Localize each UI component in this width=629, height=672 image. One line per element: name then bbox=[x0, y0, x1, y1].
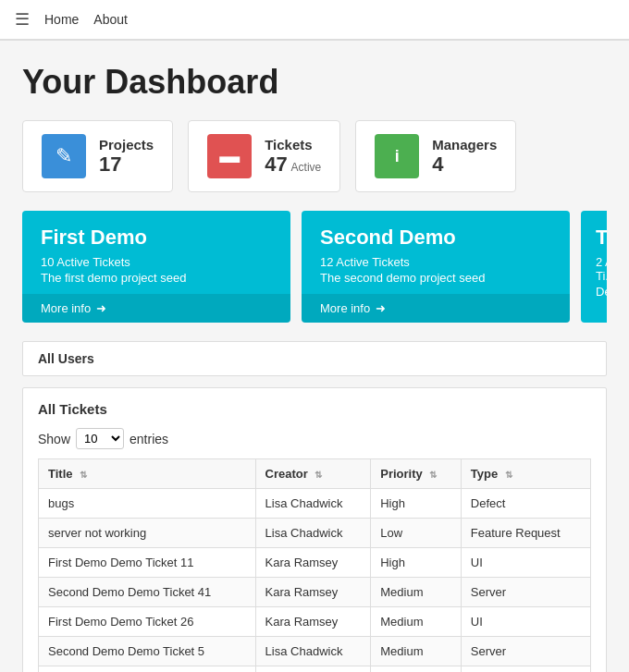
second-demo-arrow-icon: ➜ bbox=[376, 301, 386, 315]
cell-creator: Lisa Chadwick bbox=[255, 637, 371, 666]
tickets-icon: ▬ bbox=[207, 134, 252, 178]
cell-title: server not working bbox=[39, 519, 256, 548]
cell-priority: High bbox=[371, 548, 462, 578]
second-demo-more-info[interactable]: More info ➜ bbox=[302, 294, 570, 323]
tickets-section-title: All Tickets bbox=[38, 401, 591, 417]
table-row: server not workingLisa ChadwickLowFeatur… bbox=[39, 519, 591, 548]
cell-title: First Demo Demo Ticket 39 bbox=[39, 666, 256, 673]
tickets-sub: Active bbox=[291, 161, 322, 174]
table-header-row: Title ⇅ Creator ⇅ Priority ⇅ Type ⇅ bbox=[39, 459, 591, 489]
managers-value: 4 bbox=[432, 153, 497, 177]
nav-home[interactable]: Home bbox=[44, 12, 79, 27]
cell-title: First Demo Demo Ticket 11 bbox=[39, 548, 256, 578]
entries-label: entries bbox=[130, 432, 168, 446]
col-type[interactable]: Type ⇅ bbox=[461, 459, 590, 489]
projects-icon: ✎ bbox=[42, 134, 86, 178]
cell-priority: Medium bbox=[371, 578, 462, 607]
test-title: Test bbox=[596, 226, 607, 250]
projects-label: Projects bbox=[99, 137, 154, 153]
project-card-second-demo: Second Demo 12 Active Tickets The second… bbox=[302, 211, 570, 323]
cell-title: bugs bbox=[39, 489, 256, 519]
table-row: bugsLisa ChadwickHighDefect bbox=[39, 489, 591, 519]
test-tickets: 2 Active Ti... bbox=[596, 255, 607, 283]
first-demo-more-info[interactable]: More info ➜ bbox=[22, 294, 290, 323]
first-demo-tickets: 10 Active Tickets bbox=[41, 255, 272, 269]
table-row: First Demo Demo Ticket 11Kara RamseyHigh… bbox=[39, 548, 591, 578]
cell-priority: Medium bbox=[371, 607, 462, 637]
hamburger-icon[interactable]: ☰ bbox=[15, 9, 30, 30]
cell-type: UI bbox=[461, 666, 590, 673]
all-users-header: All Users bbox=[22, 341, 607, 376]
tickets-section: All Tickets Show 10 25 50 100 entries Ti… bbox=[22, 387, 607, 672]
navbar: ☰ Home About bbox=[0, 0, 629, 41]
table-row: Second Demo Demo Ticket 41Kara RamseyMed… bbox=[39, 578, 591, 607]
cell-type: Feature Request bbox=[461, 519, 590, 548]
tickets-label: Tickets bbox=[265, 137, 321, 153]
col-creator[interactable]: Creator ⇅ bbox=[255, 459, 371, 489]
cell-type: Server bbox=[461, 578, 590, 607]
type-sort-icon: ⇅ bbox=[505, 470, 512, 480]
title-sort-icon: ⇅ bbox=[80, 470, 87, 480]
creator-sort-icon: ⇅ bbox=[314, 470, 322, 480]
cell-title: Second Demo Demo Ticket 5 bbox=[39, 637, 256, 666]
projects-value: 17 bbox=[99, 153, 154, 177]
summary-card-projects-info: Projects 17 bbox=[99, 137, 154, 177]
summary-card-managers: i Managers 4 bbox=[355, 120, 516, 192]
tickets-table: Title ⇅ Creator ⇅ Priority ⇅ Type ⇅ bugs… bbox=[38, 458, 591, 672]
cell-creator: Kara Ramsey bbox=[255, 548, 371, 578]
nav-about[interactable]: About bbox=[93, 12, 128, 27]
project-card-first-demo: First Demo 10 Active Tickets The first d… bbox=[22, 211, 290, 323]
page-content: Your Dashboard ✎ Projects 17 ▬ Tickets 4… bbox=[0, 41, 629, 672]
tickets-count: 47 bbox=[265, 153, 287, 176]
table-row: First Demo Demo Ticket 26Kara RamseyMedi… bbox=[39, 607, 591, 637]
second-demo-desc: The second demo project seed bbox=[320, 271, 551, 285]
priority-sort-icon: ⇅ bbox=[429, 470, 437, 480]
cell-title: Second Demo Demo Ticket 41 bbox=[39, 578, 256, 607]
first-demo-title: First Demo bbox=[41, 226, 272, 250]
summary-card-tickets-info: Tickets 47 Active bbox=[265, 137, 321, 177]
cell-title: First Demo Demo Ticket 26 bbox=[39, 607, 256, 637]
tickets-value-row: 47 Active bbox=[265, 153, 321, 177]
cell-creator: Lisa Chadwick bbox=[255, 489, 371, 519]
second-demo-more-info-label: More info bbox=[320, 301, 370, 315]
project-card-test: Test 2 Active Ti... Descriptio... bbox=[581, 211, 607, 323]
cell-type: UI bbox=[461, 548, 590, 578]
cell-creator: Kara Ramsey bbox=[255, 578, 371, 607]
cell-type: Server bbox=[461, 637, 590, 666]
first-demo-more-info-label: More info bbox=[41, 301, 91, 315]
summary-card-tickets: ▬ Tickets 47 Active bbox=[188, 120, 340, 192]
cell-creator: Kara Ramsey bbox=[255, 666, 371, 673]
first-demo-desc: The first demo project seed bbox=[41, 271, 272, 285]
show-entries-row: Show 10 25 50 100 entries bbox=[38, 428, 591, 449]
show-label: Show bbox=[38, 432, 70, 446]
summary-card-managers-info: Managers 4 bbox=[432, 137, 497, 177]
entries-select[interactable]: 10 25 50 100 bbox=[76, 428, 124, 449]
cell-priority: Medium bbox=[371, 637, 462, 666]
table-row: Second Demo Demo Ticket 5Lisa ChadwickMe… bbox=[39, 637, 591, 666]
all-users-label: All Users bbox=[38, 351, 94, 366]
cell-creator: Lisa Chadwick bbox=[255, 519, 371, 548]
project-cards-row: First Demo 10 Active Tickets The first d… bbox=[22, 211, 607, 323]
first-demo-arrow-icon: ➜ bbox=[96, 301, 106, 315]
cell-priority: High bbox=[371, 489, 462, 519]
summary-card-projects: ✎ Projects 17 bbox=[22, 120, 173, 192]
managers-label: Managers bbox=[432, 137, 497, 153]
cell-creator: Kara Ramsey bbox=[255, 607, 371, 637]
col-priority[interactable]: Priority ⇅ bbox=[371, 459, 462, 489]
cell-priority: High bbox=[371, 666, 462, 673]
test-desc: Descriptio... bbox=[596, 285, 607, 299]
summary-cards-row: ✎ Projects 17 ▬ Tickets 47 Active i Mana… bbox=[22, 120, 607, 192]
second-demo-title: Second Demo bbox=[320, 226, 551, 250]
col-title[interactable]: Title ⇅ bbox=[39, 459, 256, 489]
managers-icon: i bbox=[375, 134, 419, 178]
cell-type: UI bbox=[461, 607, 590, 637]
cell-priority: Low bbox=[371, 519, 462, 548]
second-demo-tickets: 12 Active Tickets bbox=[320, 255, 551, 269]
page-title: Your Dashboard bbox=[22, 63, 607, 102]
table-row: First Demo Demo Ticket 39Kara RamseyHigh… bbox=[39, 666, 591, 673]
cell-type: Defect bbox=[461, 489, 590, 519]
